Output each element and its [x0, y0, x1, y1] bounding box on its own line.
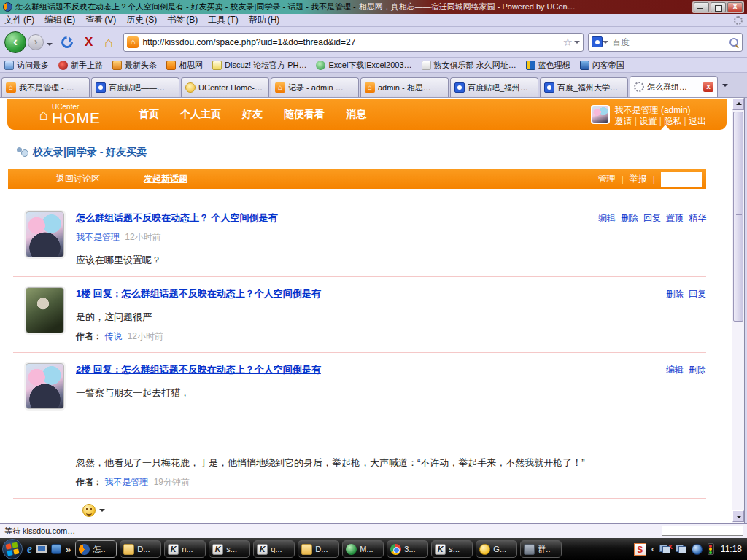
nav-profile[interactable]: 个人主页	[180, 108, 221, 121]
minimize-button[interactable]	[694, 2, 709, 12]
reply-title-link[interactable]: 1楼 回复：怎么群组话题不反映在动态上？个人空间倒是有	[76, 287, 321, 300]
clock[interactable]: 11:18	[721, 544, 742, 554]
scroll-down-button[interactable]	[732, 510, 744, 522]
nav-messages[interactable]: 消息	[346, 108, 366, 121]
quick-launch-overflow-icon[interactable]: »	[66, 544, 71, 555]
search-input[interactable]	[608, 37, 729, 47]
ucenter-home-logo[interactable]: ⌂ UCenterHOME	[39, 104, 101, 125]
username[interactable]: 我不是管理 (admin)	[615, 105, 691, 115]
bookmark-getting-started[interactable]: 新手上路	[58, 60, 103, 71]
nav-friends[interactable]: 好友	[242, 108, 263, 121]
author-link[interactable]: 我不是管理	[76, 232, 120, 242]
page-scrollbar[interactable]	[732, 98, 744, 523]
taskbar-button-editor-1[interactable]: Kn...	[164, 540, 206, 558]
delete-link[interactable]: 删除	[689, 364, 706, 376]
post-avatar[interactable]	[26, 363, 64, 409]
page-title[interactable]: 校友录|同学录 - 好友买卖	[33, 146, 147, 159]
forward-button[interactable]: ›	[28, 34, 44, 50]
nav-home[interactable]: 首页	[139, 108, 159, 121]
menu-edit[interactable]: 编辑(E)	[44, 14, 75, 26]
search-bar[interactable]	[588, 33, 743, 52]
restore-button[interactable]	[711, 2, 726, 12]
reply-link[interactable]: 回复	[643, 212, 661, 225]
tab-2[interactable]: 百度贴吧——…	[91, 77, 179, 97]
new-topic-link[interactable]: 发起新话题	[144, 173, 187, 185]
reply-title-link[interactable]: 2楼 回复：怎么群组话题不反映在动态上？个人空间倒是有	[76, 363, 321, 376]
bookmark-flashempire[interactable]: 闪客帝国	[580, 60, 624, 71]
history-dropdown-icon[interactable]	[47, 43, 53, 49]
network-icon[interactable]	[676, 545, 686, 553]
stop-button[interactable]: X	[85, 36, 93, 48]
tab-6[interactable]: 百度贴吧_福州…	[450, 77, 538, 97]
emoticon-dropdown-icon[interactable]	[99, 509, 105, 515]
report-link[interactable]: 举报	[630, 173, 647, 185]
author-link[interactable]: 我不是管理	[104, 477, 148, 487]
tab-1[interactable]: ⌂我不是管理 - …	[1, 77, 90, 97]
taskbar-button-chat[interactable]: G...	[476, 540, 517, 558]
user-avatar[interactable]	[591, 105, 610, 124]
network-disconnected-icon[interactable]: x	[659, 545, 670, 553]
quick-launch-app-icon[interactable]	[51, 544, 61, 554]
post-avatar[interactable]	[26, 211, 64, 257]
close-button[interactable]	[727, 2, 743, 12]
globe-tray-icon[interactable]	[692, 544, 703, 555]
address-bar[interactable]: ⌂ ☆	[123, 33, 584, 52]
reply-link[interactable]: 回复	[689, 288, 706, 300]
bookmark-latest-headlines[interactable]: 最新头条	[112, 60, 157, 71]
invite-link[interactable]: 邀请	[615, 116, 632, 127]
bookmark-xiangsi[interactable]: 相思网	[166, 60, 203, 71]
home-button[interactable]: ⌂	[104, 35, 113, 50]
taskbar-button-group[interactable]: 群..	[520, 540, 562, 558]
menu-tools[interactable]: 工具(T)	[208, 14, 238, 26]
tray-collapse-icon[interactable]: ‹	[651, 544, 654, 554]
edit-link[interactable]: 编辑	[598, 212, 616, 225]
taskbar-button-editor-4[interactable]: Ks...	[431, 540, 473, 558]
share-button[interactable]: 分享	[661, 172, 689, 187]
taskbar-button-editor-2[interactable]: Ks...	[209, 540, 250, 558]
logout-link[interactable]: 退出	[681, 116, 706, 127]
bookmark-star-icon[interactable]: ☆	[563, 36, 573, 49]
menu-file[interactable]: 文件(F)	[4, 14, 34, 26]
tab-3[interactable]: UCenter Home-…	[181, 77, 269, 97]
share-plus-button[interactable]: +	[689, 172, 702, 187]
sogou-ime-icon[interactable]: S	[634, 543, 646, 556]
smiley-emoticon-button[interactable]	[82, 504, 96, 517]
back-to-forum-link[interactable]: 返回讨论区	[56, 173, 100, 185]
taskbar-button-editor-3[interactable]: Kq...	[253, 540, 295, 558]
taskbar-button-folder-2[interactable]: D...	[298, 540, 339, 558]
engine-dropdown-icon[interactable]	[603, 41, 608, 47]
pin-link[interactable]: 置顶	[666, 212, 684, 225]
settings-link[interactable]: 设置	[632, 116, 657, 127]
topic-title-link[interactable]: 怎么群组话题不反映在动态上？ 个人空间倒是有	[76, 211, 278, 225]
bookmark-blueidea[interactable]: 蓝色理想	[526, 60, 570, 71]
digest-link[interactable]: 精华	[689, 212, 706, 225]
start-button[interactable]	[2, 539, 23, 559]
search-engine-icon[interactable]	[592, 36, 603, 47]
menu-bookmarks[interactable]: 书签(B)	[167, 14, 198, 26]
traffic-light-tray-icon[interactable]	[708, 543, 714, 555]
tab-close-button[interactable]: x	[703, 82, 713, 92]
menu-history[interactable]: 历史(S)	[126, 14, 157, 26]
tab-5[interactable]: ⌂admin - 相思…	[360, 77, 449, 97]
taskbar-button-media[interactable]: M...	[342, 540, 384, 558]
taskbar-button-folder-1[interactable]: D...	[120, 540, 161, 558]
url-input[interactable]	[139, 37, 562, 47]
show-desktop-icon[interactable]	[36, 545, 47, 553]
delete-link[interactable]: 删除	[621, 212, 638, 225]
author-link[interactable]: 传说	[104, 331, 122, 341]
edit-link[interactable]: 编辑	[666, 364, 684, 376]
refresh-button[interactable]	[59, 34, 76, 50]
scroll-up-button[interactable]	[732, 98, 744, 110]
bookmark-club[interactable]: 熟女俱乐部 永久网址…	[422, 60, 516, 71]
back-button[interactable]: ‹	[4, 31, 26, 53]
tab-list-dropdown-icon[interactable]	[722, 84, 728, 90]
scrollbar-thumb[interactable]	[733, 112, 743, 322]
post-avatar[interactable]	[26, 287, 64, 333]
url-dropdown-icon[interactable]	[574, 41, 580, 47]
nav-browse[interactable]: 随便看看	[284, 108, 325, 121]
window-titlebar[interactable]: 怎么群组话题不反映在动态上？个人空间倒是有 - 好友买卖 - 校友录|同学录 -…	[0, 0, 747, 14]
bookmark-most-visited[interactable]: 访问最多	[4, 60, 49, 71]
tab-4[interactable]: ⌂记录 - admin …	[271, 77, 359, 97]
manage-link[interactable]: 管理	[598, 173, 616, 185]
bookmark-excel[interactable]: Excel下载|Excel2003…	[316, 60, 411, 71]
